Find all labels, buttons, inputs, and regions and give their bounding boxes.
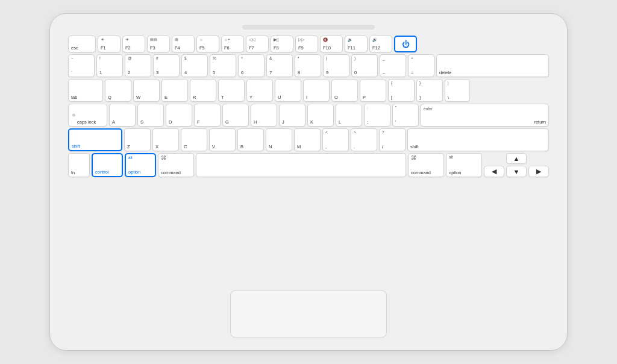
key-f[interactable]: F	[194, 104, 221, 127]
key-w[interactable]: W	[133, 79, 160, 102]
key-e[interactable]: E	[161, 79, 188, 102]
key-i[interactable]: I	[303, 79, 330, 102]
key-arrow-right[interactable]: ▶	[528, 166, 549, 177]
key-y[interactable]: Y	[246, 79, 273, 102]
key-l[interactable]: L	[336, 104, 362, 127]
speaker-grille	[242, 25, 375, 30]
key-7[interactable]: & 7	[266, 54, 293, 77]
key-1[interactable]: ! 1	[96, 54, 123, 77]
key-arrow-down[interactable]: ▼	[506, 166, 527, 177]
key-a[interactable]: A	[109, 104, 136, 127]
key-q[interactable]: Q	[105, 79, 131, 102]
key-0[interactable]: ) 0	[351, 54, 378, 77]
key-slash[interactable]: ? /	[379, 128, 406, 151]
key-arrow-left[interactable]: ◀	[484, 166, 504, 177]
key-option-right[interactable]: alt option	[446, 153, 482, 177]
key-m[interactable]: M	[294, 128, 321, 151]
key-f1[interactable]: ☀ F1	[98, 36, 121, 52]
key-tab[interactable]: tab	[68, 79, 103, 102]
key-5[interactable]: % 5	[210, 54, 236, 77]
key-f12[interactable]: 🔊 F12	[369, 36, 392, 52]
key-delete[interactable]: delete	[436, 54, 549, 77]
key-c[interactable]: C	[181, 128, 207, 151]
key-shift-left[interactable]: shift	[68, 128, 122, 151]
shift-key-row: shift Z X C V B N M < , > . ? / shift	[68, 128, 549, 151]
key-fn[interactable]: fn	[68, 153, 90, 177]
capslock-indicator	[72, 114, 75, 117]
caps-key-row: caps lock A S D F G H J K L : ; " ' ente…	[68, 104, 549, 127]
key-f6[interactable]: ☼+ F6	[221, 36, 244, 52]
key-semicolon[interactable]: : ;	[364, 104, 390, 127]
key-f9[interactable]: ▷▷ F9	[295, 36, 318, 52]
key-f5[interactable]: ☼ F5	[196, 36, 219, 52]
key-control[interactable]: control	[92, 153, 123, 177]
key-enter[interactable]: enter return	[421, 104, 549, 127]
key-arrow-up[interactable]: ▲	[506, 153, 527, 164]
key-h[interactable]: H	[251, 104, 277, 127]
key-f10[interactable]: 🔇 F10	[320, 36, 343, 52]
key-t[interactable]: T	[218, 79, 245, 102]
key-minus[interactable]: _ –	[380, 54, 406, 77]
key-f2[interactable]: ☀ F2	[122, 36, 145, 52]
key-p[interactable]: P	[360, 79, 386, 102]
key-4[interactable]: $ 4	[181, 54, 208, 77]
key-6[interactable]: ^ 6	[238, 54, 265, 77]
key-power[interactable]: ⏻	[394, 36, 417, 52]
key-command-right[interactable]: ⌘ command	[408, 153, 444, 177]
key-option-left[interactable]: alt option	[125, 153, 156, 177]
trackpad[interactable]	[230, 290, 387, 338]
key-o[interactable]: O	[331, 79, 358, 102]
key-b[interactable]: B	[237, 128, 264, 151]
key-command-left[interactable]: ⌘ command	[158, 153, 194, 177]
fn-key-row: esc ☀ F1 ☀ F2 ⊟⊟ F3 ⊞ F4 ☼ F5	[68, 36, 549, 52]
key-v[interactable]: V	[209, 128, 236, 151]
key-shift-right[interactable]: shift	[407, 128, 549, 151]
key-k[interactable]: K	[307, 104, 334, 127]
key-comma[interactable]: < ,	[322, 128, 349, 151]
arrow-lr-row: ◀ ▼ ▶	[484, 166, 549, 177]
key-backslash[interactable]: | \	[445, 79, 470, 102]
key-f8[interactable]: ▶|| F8	[271, 36, 293, 52]
key-spacebar[interactable]	[196, 153, 406, 177]
arrow-key-cluster: ▲ ◀ ▼ ▶	[484, 153, 549, 177]
key-close-bracket[interactable]: } ]	[416, 79, 443, 102]
number-key-row: ~ ` ! 1 @ 2 # 3 $ 4 % 5	[68, 54, 549, 77]
key-f4[interactable]: ⊞ F4	[172, 36, 195, 52]
key-esc[interactable]: esc	[68, 36, 96, 52]
key-equals[interactable]: + =	[408, 54, 434, 77]
key-2[interactable]: @ 2	[125, 54, 151, 77]
key-f3[interactable]: ⊟⊟ F3	[147, 36, 170, 52]
key-g[interactable]: G	[222, 104, 249, 127]
keyboard: esc ☀ F1 ☀ F2 ⊟⊟ F3 ⊞ F4 ☼ F5	[68, 36, 549, 286]
bottom-key-row: fn control alt option ⌘ command ⌘ comman…	[68, 153, 549, 177]
key-s[interactable]: S	[137, 104, 164, 127]
key-x[interactable]: X	[152, 128, 179, 151]
key-backtick[interactable]: ~ `	[68, 54, 95, 77]
key-z[interactable]: Z	[124, 128, 151, 151]
key-capslock[interactable]: caps lock	[68, 104, 107, 127]
tab-key-row: tab Q W E R T Y U I O P { [ } ] | \	[68, 79, 549, 102]
key-3[interactable]: # 3	[153, 54, 180, 77]
arrow-up-row: ▲	[484, 153, 549, 164]
key-quote[interactable]: " '	[392, 104, 419, 127]
key-f7[interactable]: ◁◁ F7	[246, 36, 269, 52]
key-9[interactable]: ( 9	[323, 54, 349, 77]
key-8[interactable]: * 8	[295, 54, 321, 77]
key-open-bracket[interactable]: { [	[388, 79, 415, 102]
key-j[interactable]: J	[279, 104, 305, 127]
key-u[interactable]: U	[275, 79, 301, 102]
key-n[interactable]: N	[266, 128, 292, 151]
key-period[interactable]: > .	[351, 128, 377, 151]
key-d[interactable]: D	[166, 104, 192, 127]
key-f11[interactable]: 🔉 F11	[345, 36, 368, 52]
key-r[interactable]: R	[190, 79, 216, 102]
laptop-body: esc ☀ F1 ☀ F2 ⊟⊟ F3 ⊞ F4 ☼ F5	[49, 13, 568, 351]
